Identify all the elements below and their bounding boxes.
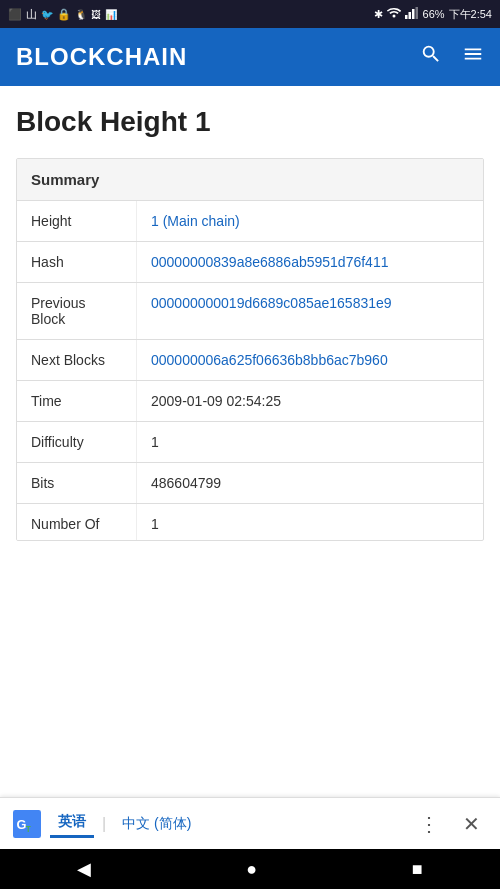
table-row: Difficulty 1 xyxy=(17,422,483,463)
bluetooth-icon: ✱ xyxy=(374,8,383,21)
android-navbar: ◀ ● ■ xyxy=(0,849,500,889)
summary-header: Summary xyxy=(17,159,483,201)
svg-text:T: T xyxy=(26,825,31,834)
back-button[interactable]: ◀ xyxy=(77,858,91,880)
translation-bar: G T 英语 | 中文 (简体) ⋮ ✕ xyxy=(0,797,500,849)
row-value-bits: 486604799 xyxy=(137,463,483,503)
row-label-difficulty: Difficulty xyxy=(17,422,137,462)
table-row: Number Of 1 xyxy=(17,504,483,540)
more-options-button[interactable]: ⋮ xyxy=(411,808,447,840)
table-row: Time 2009-01-09 02:54:25 xyxy=(17,381,483,422)
table-row: Height 1 (Main chain) xyxy=(17,201,483,242)
row-label-previous-block: Previous Block xyxy=(17,283,137,339)
source-language[interactable]: 英语 xyxy=(50,809,94,838)
battery-level: 66% xyxy=(423,8,445,20)
twitter-icon: 🐦 xyxy=(41,9,53,20)
row-value-number-of: 1 xyxy=(137,504,483,540)
summary-table-wrapper: Summary Height 1 (Main chain) Hash 00000… xyxy=(16,158,484,541)
row-value-height[interactable]: 1 (Main chain) xyxy=(137,201,483,241)
cellular-icon xyxy=(405,7,419,21)
lang-separator: | xyxy=(102,815,106,833)
signal-bars-icon: 山 xyxy=(26,7,37,22)
battery-icon: ⬛ xyxy=(8,8,22,21)
google-translate-logo: G T xyxy=(12,809,42,839)
navbar: BLOCKCHAIN xyxy=(0,28,500,86)
row-value-difficulty: 1 xyxy=(137,422,483,462)
recent-button[interactable]: ■ xyxy=(412,859,423,880)
target-language[interactable]: 中文 (简体) xyxy=(114,811,199,837)
row-value-next-blocks[interactable]: 000000006a625f06636b8bb6ac7b960 xyxy=(137,340,483,380)
table-row: Bits 486604799 xyxy=(17,463,483,504)
main-content: Block Height 1 Summary Height 1 (Main ch… xyxy=(0,86,500,561)
row-label-height: Height xyxy=(17,201,137,241)
status-right: ✱ 66% 下午2:54 xyxy=(374,7,492,22)
qq-icon: 🐧 xyxy=(75,9,87,20)
page-title: Block Height 1 xyxy=(16,106,484,138)
row-label-number-of: Number Of xyxy=(17,504,137,540)
menu-icon[interactable] xyxy=(462,43,484,71)
table-row: Next Blocks 000000006a625f06636b8bb6ac7b… xyxy=(17,340,483,381)
status-left: ⬛ 山 🐦 🔒 🐧 🖼 📊 xyxy=(8,7,117,22)
image-icon: 🖼 xyxy=(91,9,101,20)
row-label-time: Time xyxy=(17,381,137,421)
chart-icon: 📊 xyxy=(105,9,117,20)
time-display: 下午2:54 xyxy=(449,7,492,22)
svg-text:G: G xyxy=(17,816,27,831)
svg-rect-2 xyxy=(412,9,415,19)
row-value-hash[interactable]: 00000000839a8e6886ab5951d76f411 xyxy=(137,242,483,282)
table-row: Previous Block 000000000019d6689c085ae16… xyxy=(17,283,483,340)
lock-icon: 🔒 xyxy=(57,8,71,21)
table-row: Hash 00000000839a8e6886ab5951d76f411 xyxy=(17,242,483,283)
status-bar: ⬛ 山 🐦 🔒 🐧 🖼 📊 ✱ 66% 下午2:54 xyxy=(0,0,500,28)
wifi-icon xyxy=(387,7,401,21)
svg-rect-0 xyxy=(405,15,408,19)
svg-rect-3 xyxy=(415,7,418,19)
row-value-previous-block[interactable]: 000000000019d6689c085ae165831e9 xyxy=(137,283,483,339)
row-value-time: 2009-01-09 02:54:25 xyxy=(137,381,483,421)
brand-logo: BLOCKCHAIN xyxy=(16,43,187,71)
home-button[interactable]: ● xyxy=(246,859,257,880)
row-label-bits: Bits xyxy=(17,463,137,503)
navbar-actions xyxy=(420,43,484,71)
row-label-hash: Hash xyxy=(17,242,137,282)
search-icon[interactable] xyxy=(420,43,442,71)
close-button[interactable]: ✕ xyxy=(455,808,488,840)
row-label-next-blocks: Next Blocks xyxy=(17,340,137,380)
svg-rect-1 xyxy=(408,12,411,19)
